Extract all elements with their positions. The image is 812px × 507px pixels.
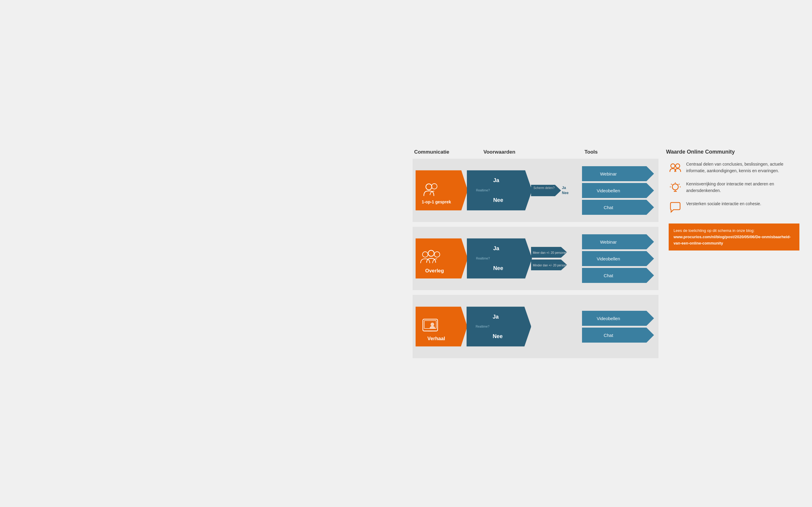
section-1op1: 1-op-1 gesprek Ja Realtime? Nee [413, 159, 659, 222]
svg-line-59 [672, 184, 673, 185]
tool-webinar-1: Webinar [582, 166, 654, 181]
svg-text:Ja: Ja [493, 245, 500, 251]
sub-arrow-scherm-ja: Scherm delen? [531, 185, 561, 196]
svg-text:Realtime?: Realtime? [476, 257, 490, 260]
tools-section-3: Videobellen Chat [582, 311, 655, 343]
svg-text:Chat: Chat [604, 205, 614, 210]
header-voorwaarden: Voorwaarden [481, 149, 566, 155]
sub-ja-label: Ja [562, 186, 568, 190]
waarde-text-3: Versterken sociale interactie en cohesie… [686, 201, 799, 207]
comm-arrow-verhaal: Verhaal [416, 300, 467, 353]
sub-arrow-minder: Minder dan +/- 20 personen [531, 260, 567, 270]
community-icon [669, 161, 682, 174]
blog-box: Lees de toelichting op dit schema in onz… [669, 224, 799, 250]
tool-videobellen-1: Videobellen [582, 183, 654, 198]
blog-url: www.procurios.com/nl/blog/post/2020/05/0… [674, 235, 791, 245]
comm-arrow-1op1: 1-op-1 gesprek [416, 164, 468, 217]
svg-text:Overleg: Overleg [425, 268, 444, 274]
svg-text:Verhaal: Verhaal [427, 336, 445, 341]
svg-text:Minder dan +/- 20 personen: Minder dan +/- 20 personen [533, 264, 567, 267]
tool-webinar-2: Webinar [582, 234, 654, 249]
svg-text:Videobellen: Videobellen [597, 188, 620, 193]
svg-text:Videobellen: Videobellen [597, 256, 620, 261]
svg-text:Realtime?: Realtime? [476, 189, 490, 192]
tool-chat-1: Chat [582, 200, 654, 215]
svg-line-60 [678, 184, 678, 185]
waarde-item-3: Versterken sociale interactie en cohesie… [669, 201, 799, 214]
svg-text:Chat: Chat [604, 333, 614, 338]
svg-text:Ja: Ja [493, 177, 500, 183]
waarde-text-2: Kennisverrijking door interactie met and… [686, 181, 799, 194]
svg-text:1-op-1 gesprek: 1-op-1 gesprek [422, 200, 451, 204]
svg-text:Nee: Nee [493, 333, 503, 339]
svg-text:Meer dan +/- 20 personen: Meer dan +/- 20 personen [533, 251, 567, 255]
header-tools: Tools [583, 149, 660, 155]
svg-point-51 [672, 184, 678, 190]
svg-point-39 [431, 323, 434, 326]
svg-text:Webinar: Webinar [600, 239, 617, 244]
svg-marker-29 [582, 234, 654, 249]
svg-marker-33 [582, 268, 654, 283]
section-overleg: Overleg Ja Realtime? Nee Meer dan +/- 20… [413, 227, 659, 290]
tool-videobellen-3: Videobellen [582, 311, 654, 326]
tool-chat-2: Chat [582, 268, 654, 283]
svg-text:Ja: Ja [493, 314, 499, 320]
svg-line-56 [679, 184, 680, 184]
sub-nee-label: Nee [562, 191, 568, 195]
waarde-column: Centraal delen van conclusies, beslissin… [663, 159, 799, 250]
waarde-text-1: Centraal delen van conclusies, beslissin… [686, 161, 799, 174]
svg-marker-14 [582, 200, 654, 215]
header-waarde: Waarde Online Community [660, 149, 799, 155]
tool-videobellen-2: Videobellen [582, 251, 654, 266]
svg-text:Videobellen: Videobellen [597, 316, 620, 321]
blog-prefix: Lees de toelichting op dit schema in onz… [674, 228, 754, 233]
svg-text:Realtime?: Realtime? [476, 325, 489, 328]
svg-text:Nee: Nee [493, 265, 503, 271]
vw-arrow-verhaal: Ja Realtime? Nee [466, 300, 532, 353]
svg-point-49 [671, 164, 675, 168]
svg-text:Nee: Nee [493, 197, 503, 203]
lightbulb-icon [669, 181, 682, 194]
header-communicatie: Communicatie [413, 149, 481, 155]
svg-point-50 [676, 164, 680, 168]
tools-section-1: Webinar Videobellen Chat [582, 166, 655, 215]
comm-arrow-overleg: Overleg [416, 232, 468, 285]
svg-text:Scherm delen?: Scherm delen? [534, 186, 555, 189]
vw-arrow-overleg: Ja Realtime? Nee [467, 232, 532, 285]
vw-arrow-1op1: Ja Realtime? Nee [467, 164, 532, 217]
diagram-container [6, 244, 406, 263]
tool-chat-3: Chat [582, 328, 654, 343]
tools-section-2: Webinar Videobellen Chat [582, 234, 655, 283]
svg-text:Webinar: Webinar [600, 171, 617, 176]
svg-marker-47 [582, 328, 654, 343]
chat-icon [669, 201, 682, 214]
section-verhaal: Verhaal Ja Realtime? Nee Vide [413, 295, 659, 358]
waarde-item-1: Centraal delen van conclusies, beslissin… [669, 161, 799, 174]
svg-text:Chat: Chat [604, 273, 614, 278]
sub-arrow-meer: Meer dan +/- 20 personen [531, 247, 567, 258]
svg-line-55 [671, 184, 672, 184]
waarde-item-2: Kennisverrijking door interactie met and… [669, 181, 799, 194]
svg-marker-10 [582, 166, 654, 181]
